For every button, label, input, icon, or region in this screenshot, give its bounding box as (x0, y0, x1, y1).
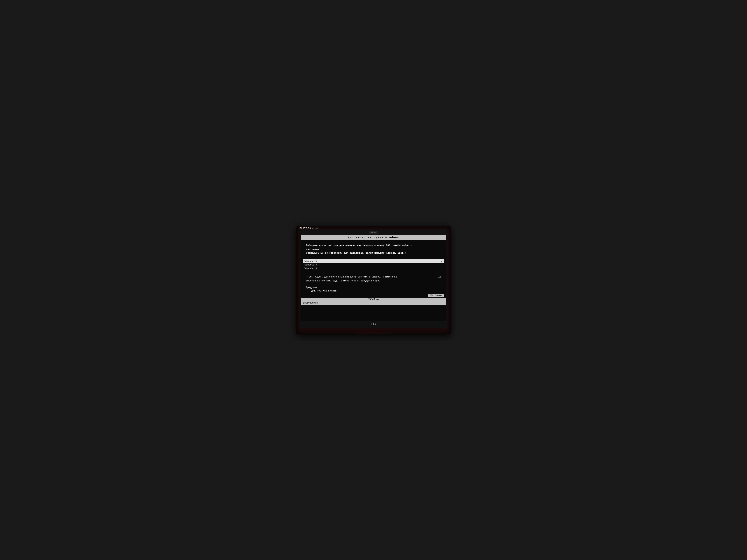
tab-bar: TAB=Меню (301, 298, 446, 301)
tools-title: Средства: (306, 286, 441, 289)
countdown-number: 18 (436, 275, 441, 279)
countdown-text: Чтобы задать дополнительный параметр для… (306, 275, 436, 283)
webcam-area: perfeo (301, 230, 446, 235)
arrow-right-icon: > (441, 260, 442, 263)
esc-label: ESC=Отмена (428, 294, 444, 297)
monitor-outer: FLATRON E2250 perfeo Диспетчер загрузки … (296, 225, 451, 335)
monitor-stand-neck (366, 328, 381, 332)
webcam-label: perfeo (369, 231, 378, 234)
tools-section: Средства: Диагностика памяти (301, 284, 446, 294)
esc-bar: ESC=Отмена (301, 294, 446, 298)
tab-label: TAB=Меню (303, 298, 444, 301)
title-text: Диспетчер загрузки Windows (348, 236, 399, 239)
intro-line2: программу (306, 247, 441, 251)
enter-bar: ВВОД=Выбрать (301, 301, 446, 304)
tool-item-label: Диагностика памяти (311, 290, 336, 292)
monitor-stand-base (356, 332, 391, 335)
title-bar: Диспетчер загрузки Windows (301, 235, 446, 240)
bottom-info: Чтобы задать дополнительный параметр для… (301, 272, 446, 284)
screen: Диспетчер загрузки Windows Выберите о ну… (301, 235, 446, 321)
countdown-row: Чтобы задать дополнительный параметр для… (306, 275, 441, 283)
info-line1: Чтобы задать дополнительный параметр для… (306, 275, 436, 279)
os-entry-selected[interactable]: Windows 7 > (303, 259, 444, 263)
monitor-bezel: perfeo Диспетчер загрузки Windows Выбери… (300, 229, 447, 328)
os-list-container: Windows 7 > Windows 7 Windows 7 (303, 259, 444, 270)
intro-section: Выберите о ную систему для запуска или н… (301, 240, 446, 259)
intro-line1: Выберите о ную систему для запуска или н… (306, 243, 441, 247)
os-item-label-2: Windows 7 (305, 267, 317, 270)
enter-label: ВВОД=Выбрать (303, 302, 318, 304)
tool-item-memory[interactable]: Диагностика памяти (306, 290, 441, 292)
info-line2: Выделенная система будет автоматически з… (306, 279, 436, 283)
intro-line3: (Использу ши со стрелками для выделения,… (306, 251, 441, 255)
os-entry-2[interactable]: Windows 7 (303, 267, 444, 270)
os-entry-1[interactable]: Windows 7 (303, 263, 444, 267)
monitor-brand-label: LG (301, 321, 446, 327)
os-selected-label: Windows 7 (305, 260, 317, 263)
intro-text: Выберите о ную систему для запуска или н… (306, 243, 441, 255)
os-item-label-1: Windows 7 (305, 264, 317, 266)
